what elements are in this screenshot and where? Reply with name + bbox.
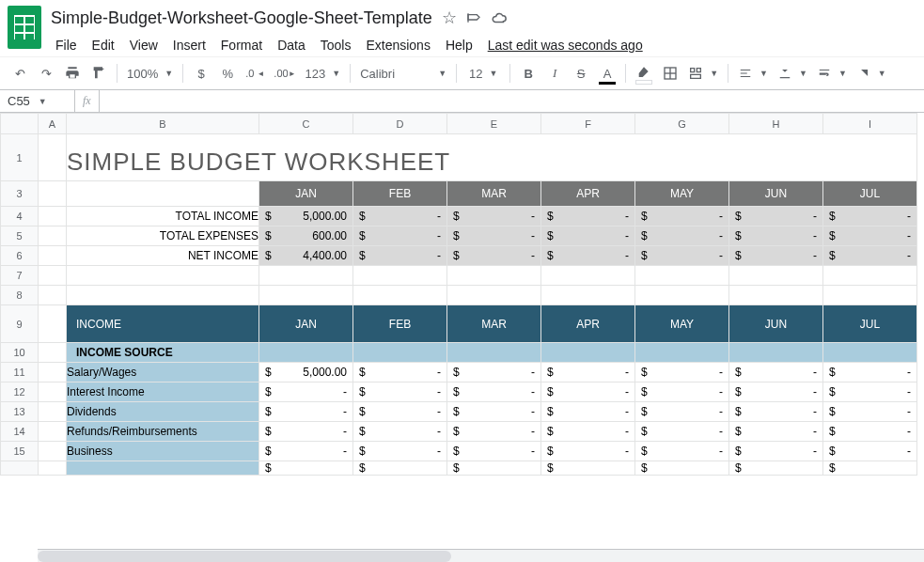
undo-button[interactable]: ↶ — [8, 61, 32, 86]
menu-insert[interactable]: Insert — [166, 34, 212, 56]
cell[interactable] — [259, 286, 353, 305]
cell[interactable] — [39, 207, 67, 226]
name-box[interactable]: C55▼ — [0, 90, 75, 112]
move-icon[interactable] — [466, 10, 481, 25]
month-header[interactable]: MAR — [447, 181, 541, 207]
menu-view[interactable]: View — [123, 34, 164, 56]
month-header[interactable]: FEB — [353, 181, 447, 207]
cell[interactable]: $- — [447, 226, 541, 246]
menu-extensions[interactable]: Extensions — [359, 34, 436, 56]
cell[interactable]: $- — [823, 422, 917, 442]
row-header[interactable]: 11 — [1, 363, 39, 382]
cell[interactable]: $- — [729, 422, 823, 442]
font-select[interactable]: Calibri▼ — [356, 61, 450, 86]
last-edit-link[interactable]: Last edit was seconds ago — [481, 34, 650, 56]
cloud-icon[interactable] — [491, 9, 508, 26]
col-header[interactable]: I — [823, 114, 917, 134]
currency-button[interactable]: $ — [189, 61, 213, 86]
summary-label[interactable]: NET INCOME — [67, 246, 259, 266]
cell[interactable]: $- — [729, 382, 823, 402]
cell[interactable]: $ — [447, 461, 541, 476]
summary-label[interactable]: TOTAL EXPENSES — [67, 226, 259, 246]
cell[interactable] — [729, 343, 823, 363]
cell[interactable] — [67, 266, 259, 286]
income-source-header[interactable]: INCOME SOURCE — [67, 343, 259, 363]
cell[interactable] — [259, 343, 353, 363]
cell[interactable]: $- — [447, 402, 541, 422]
borders-button[interactable] — [658, 61, 682, 86]
cell[interactable] — [67, 461, 259, 476]
cell[interactable]: $- — [353, 422, 447, 442]
row-header[interactable]: 6 — [1, 246, 39, 266]
cell[interactable] — [635, 266, 729, 286]
cell[interactable]: $- — [635, 207, 729, 226]
cell[interactable] — [635, 343, 729, 363]
cell[interactable] — [67, 286, 259, 305]
cell[interactable]: $- — [635, 363, 729, 382]
cell[interactable] — [635, 286, 729, 305]
cell[interactable]: $- — [823, 442, 917, 461]
cell[interactable]: $4,400.00 — [259, 246, 353, 266]
text-color-button[interactable]: A — [595, 61, 619, 86]
cell[interactable]: $- — [447, 382, 541, 402]
col-header[interactable]: H — [729, 114, 823, 134]
row-header[interactable]: 12 — [1, 382, 39, 402]
income-item-label[interactable]: Salary/Wages — [67, 363, 259, 382]
merge-button[interactable]: ▼ — [684, 61, 722, 86]
cell[interactable] — [67, 181, 259, 207]
cell[interactable]: $ — [823, 461, 917, 476]
cell[interactable] — [729, 266, 823, 286]
cell[interactable] — [39, 442, 67, 461]
cell[interactable] — [823, 286, 917, 305]
month-header[interactable]: MAY — [635, 181, 729, 207]
cell[interactable] — [729, 286, 823, 305]
cell[interactable]: $- — [353, 363, 447, 382]
wrap-button[interactable]: ▼ — [813, 61, 851, 86]
row-header[interactable]: 13 — [1, 402, 39, 422]
cell[interactable]: $- — [541, 442, 635, 461]
cell[interactable]: $- — [541, 246, 635, 266]
redo-button[interactable]: ↷ — [34, 61, 58, 86]
cell[interactable]: MAR — [447, 305, 541, 343]
doc-title[interactable]: Simple-Budget-Worksheet-Google-Sheet-Tem… — [51, 8, 432, 28]
cell[interactable]: $- — [635, 246, 729, 266]
menu-tools[interactable]: Tools — [314, 34, 358, 56]
cell[interactable]: JUN — [729, 305, 823, 343]
row-header[interactable]: 8 — [1, 286, 39, 305]
cell[interactable] — [39, 343, 67, 363]
decrease-decimal-button[interactable]: .0 ◄ — [242, 61, 268, 86]
menu-file[interactable]: File — [49, 34, 84, 56]
cell[interactable] — [39, 422, 67, 442]
income-header[interactable]: INCOME — [67, 305, 259, 343]
cell[interactable]: $- — [635, 442, 729, 461]
h-align-button[interactable]: ▼ — [734, 61, 772, 86]
increase-decimal-button[interactable]: .00► — [270, 61, 299, 86]
cell[interactable]: $- — [823, 207, 917, 226]
horizontal-scrollbar[interactable] — [38, 549, 924, 562]
row-header[interactable]: 14 — [1, 422, 39, 442]
cell[interactable] — [541, 266, 635, 286]
sheet-title[interactable]: SIMPLE BUDGET WORKSHEET — [67, 134, 917, 181]
income-item-label[interactable]: Dividends — [67, 402, 259, 422]
cell[interactable]: $- — [635, 226, 729, 246]
cell[interactable]: $5,000.00 — [259, 363, 353, 382]
cell[interactable]: $- — [259, 442, 353, 461]
italic-button[interactable]: I — [542, 61, 567, 86]
income-item-label[interactable]: Refunds/Reimbursements — [67, 422, 259, 442]
col-header[interactable] — [1, 114, 39, 134]
cell[interactable]: $- — [823, 363, 917, 382]
sheets-logo[interactable] — [8, 6, 41, 49]
cell[interactable]: $- — [635, 402, 729, 422]
cell[interactable]: $- — [729, 226, 823, 246]
row-header[interactable]: 3 — [1, 181, 39, 207]
cell[interactable] — [39, 286, 67, 305]
cell[interactable]: $- — [823, 402, 917, 422]
cell[interactable] — [39, 461, 67, 476]
cell[interactable]: $- — [541, 422, 635, 442]
cell[interactable] — [39, 134, 67, 181]
cell[interactable] — [39, 266, 67, 286]
menu-edit[interactable]: Edit — [86, 34, 121, 56]
cell[interactable]: $ — [635, 461, 729, 476]
cell[interactable]: $- — [635, 422, 729, 442]
cell[interactable]: $- — [729, 442, 823, 461]
